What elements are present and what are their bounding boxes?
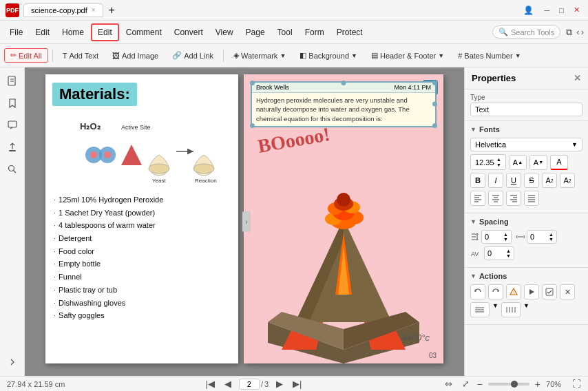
fullscreen-button[interactable]: ⛶ xyxy=(572,379,581,389)
line-spacing-icon xyxy=(470,232,480,242)
line-spacing-spinner[interactable]: ▲ ▼ xyxy=(503,232,508,242)
decrease-font-button[interactable]: A▼ xyxy=(529,155,547,170)
handle-tl[interactable] xyxy=(250,81,255,85)
font-size-spinner[interactable]: ▲ ▼ xyxy=(496,157,501,167)
handle-mr[interactable] xyxy=(432,102,437,107)
handle-tr[interactable] xyxy=(432,81,437,85)
italic-button[interactable]: I xyxy=(488,173,503,188)
next-page-button[interactable]: ▶ xyxy=(274,379,285,389)
font-size-down[interactable]: ▼ xyxy=(496,162,501,167)
tab-close-button[interactable]: × xyxy=(92,6,96,14)
page-number-input[interactable] xyxy=(239,379,260,390)
menu-view[interactable]: View xyxy=(210,25,239,40)
menu-tool[interactable]: Tool xyxy=(272,25,298,40)
header-footer-button[interactable]: ▤ Header & Footer ▼ xyxy=(366,49,450,62)
increase-font-button[interactable]: A▲ xyxy=(509,155,527,170)
fonts-label: Fonts xyxy=(479,125,500,134)
columns-button[interactable] xyxy=(501,302,521,317)
restore-button[interactable]: □ xyxy=(556,5,567,16)
menu-home[interactable]: Home xyxy=(56,25,90,40)
watermark-button[interactable]: ◈ Watermark ▼ xyxy=(228,49,291,62)
bates-number-button[interactable]: # Bates Number ▼ xyxy=(452,50,526,62)
zoom-in-button[interactable]: + xyxy=(535,379,540,390)
zoom-slider[interactable] xyxy=(488,383,529,385)
menu-comment[interactable]: Comment xyxy=(120,25,167,40)
handle-br[interactable] xyxy=(432,123,437,128)
menu-file[interactable]: File xyxy=(4,25,28,40)
underline-button[interactable]: U xyxy=(506,173,521,188)
align-left-button[interactable] xyxy=(470,191,485,206)
strikethrough-button[interactable]: S xyxy=(524,173,539,188)
menu-edit-main[interactable]: Edit xyxy=(30,25,55,40)
list-button[interactable] xyxy=(470,302,490,317)
sidebar-pages-icon[interactable] xyxy=(4,73,21,89)
external-link-icon[interactable]: ⧉ xyxy=(566,27,572,38)
before-spacing-input[interactable]: 0 ▲ ▼ xyxy=(484,246,514,260)
expand-left-handle[interactable]: › xyxy=(242,211,251,232)
font-size-input[interactable]: 12.35 ▲ ▼ xyxy=(470,154,506,170)
total-pages: 3 xyxy=(264,380,269,388)
sidebar-attachment-icon[interactable] xyxy=(4,139,21,156)
handle-tm[interactable] xyxy=(342,81,346,85)
delete-button[interactable]: ✕ xyxy=(560,284,575,299)
prev-page-button[interactable]: ◀ xyxy=(222,379,233,389)
subscript-button[interactable]: A2 xyxy=(560,173,575,188)
font-size-up[interactable]: ▲ xyxy=(496,157,501,162)
menu-page[interactable]: Page xyxy=(240,25,271,40)
background-button[interactable]: ◧ Background ▼ xyxy=(294,49,363,62)
before-spacing-spinner[interactable]: ▲ ▼ xyxy=(506,249,511,258)
fit-page-icon[interactable]: ⤢ xyxy=(462,379,470,389)
align-center-button[interactable] xyxy=(488,191,503,206)
image-icon: 🖼 xyxy=(112,52,120,60)
line-spacing-up[interactable]: ▲ xyxy=(503,232,508,237)
first-page-button[interactable]: |◀ xyxy=(204,379,217,389)
char-spacing-down[interactable]: ▼ xyxy=(549,237,554,242)
edit-all-button[interactable]: ✏ Edit All xyxy=(4,48,48,63)
document-tab[interactable]: science-copy.pdf × xyxy=(23,3,103,17)
bold-button[interactable]: B xyxy=(470,173,485,188)
menu-protect[interactable]: Protect xyxy=(331,25,368,40)
char-spacing-up[interactable]: ▲ xyxy=(549,232,554,237)
add-text-button[interactable]: T Add Text xyxy=(57,50,104,62)
minimize-button[interactable]: ─ xyxy=(542,5,553,16)
handle-bl[interactable] xyxy=(250,123,255,128)
sidebar-comment-icon[interactable] xyxy=(4,117,21,134)
new-tab-button[interactable]: + xyxy=(103,4,120,17)
actions-header[interactable]: ▼ Actions xyxy=(470,272,582,280)
add-link-button[interactable]: 🔗 Add Link xyxy=(167,49,219,62)
add-image-button[interactable]: 🖼 Add Image xyxy=(107,50,164,62)
char-spacing-spinner[interactable]: ▲ ▼ xyxy=(549,232,554,242)
zoom-out-button[interactable]: − xyxy=(477,379,483,390)
before-spacing-down[interactable]: ▼ xyxy=(506,253,511,258)
warning-button[interactable]: ! xyxy=(506,284,521,299)
menu-convert[interactable]: Convert xyxy=(169,25,209,40)
search-bar[interactable]: 🔍 Search Tools xyxy=(492,25,560,39)
sidebar-expand-icon[interactable] xyxy=(4,354,21,370)
before-spacing-up[interactable]: ▲ xyxy=(506,249,511,253)
check-button[interactable] xyxy=(542,284,557,299)
play-button[interactable] xyxy=(524,284,539,299)
undo-button[interactable] xyxy=(470,284,485,299)
char-spacing-input[interactable]: 0 ▲ ▼ xyxy=(527,230,557,244)
align-right-button[interactable] xyxy=(506,191,521,206)
sidebar-search-icon[interactable] xyxy=(4,161,21,178)
line-spacing-input[interactable]: 0 ▲ ▼ xyxy=(481,230,512,244)
fit-width-icon[interactable]: ⇔ xyxy=(445,379,452,389)
menu-edit[interactable]: Edit xyxy=(91,23,119,41)
close-button[interactable]: ✕ xyxy=(571,4,582,16)
fonts-header[interactable]: ▼ Fonts xyxy=(470,125,582,134)
properties-close-button[interactable]: ✕ xyxy=(574,73,581,83)
actions-row-1: ! ✕ xyxy=(470,284,582,299)
spacing-header[interactable]: ▼ Spacing xyxy=(470,218,582,226)
align-justify-button[interactable] xyxy=(524,191,539,206)
superscript-button[interactable]: A2 xyxy=(542,173,557,188)
nav-back-icon[interactable]: ‹ xyxy=(576,27,579,37)
line-spacing-down[interactable]: ▼ xyxy=(503,237,508,242)
font-color-button[interactable]: A xyxy=(550,155,568,170)
sidebar-bookmark-icon[interactable] xyxy=(4,95,21,112)
redo-button[interactable] xyxy=(488,284,503,299)
menu-form[interactable]: Form xyxy=(300,25,330,40)
font-family-select[interactable]: Helvetica ▼ xyxy=(470,138,582,151)
nav-forward-icon[interactable]: › xyxy=(581,27,584,37)
last-page-button[interactable]: ▶| xyxy=(291,379,304,389)
